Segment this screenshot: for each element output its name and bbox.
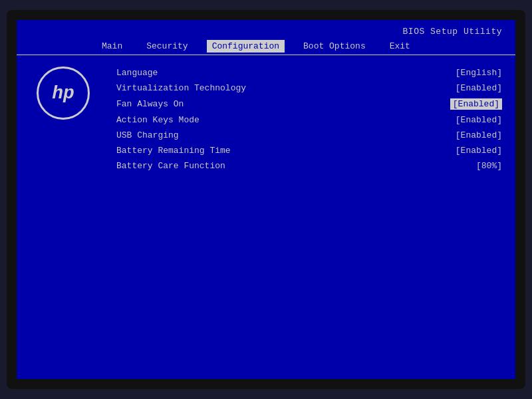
menu-item-exit[interactable]: Exit bbox=[384, 40, 416, 53]
menu-item-boot-options[interactable]: Boot Options bbox=[298, 40, 371, 53]
setting-battery-care[interactable]: Battery Care Function [80%] bbox=[116, 158, 502, 174]
menu-item-main[interactable]: Main bbox=[96, 40, 128, 53]
setting-action-keys[interactable]: Action Keys Mode [Enabled] bbox=[116, 112, 502, 128]
settings-area: Language [English] Virtualization Techno… bbox=[116, 65, 502, 174]
menu-bar: Main Security Configuration Boot Options… bbox=[17, 39, 515, 54]
bios-title: BIOS Setup Utility bbox=[403, 27, 502, 37]
setting-virtualization[interactable]: Virtualization Technology [Enabled] bbox=[116, 80, 502, 96]
setting-usb-charging[interactable]: USB Charging [Enabled] bbox=[116, 128, 502, 143]
setting-fan-always-on[interactable]: Fan Always On [Enabled] bbox=[116, 96, 502, 112]
monitor-bezel: BIOS Setup Utility Main Security Configu… bbox=[7, 10, 525, 389]
screen: BIOS Setup Utility Main Security Configu… bbox=[17, 20, 515, 379]
menu-divider bbox=[17, 55, 515, 55]
setting-battery-remaining[interactable]: Battery Remaining Time [Enabled] bbox=[116, 143, 502, 158]
setting-language[interactable]: Language [English] bbox=[116, 65, 502, 80]
menu-item-security[interactable]: Security bbox=[141, 40, 193, 53]
menu-item-configuration[interactable]: Configuration bbox=[207, 40, 285, 53]
hp-logo: hp bbox=[37, 66, 90, 120]
